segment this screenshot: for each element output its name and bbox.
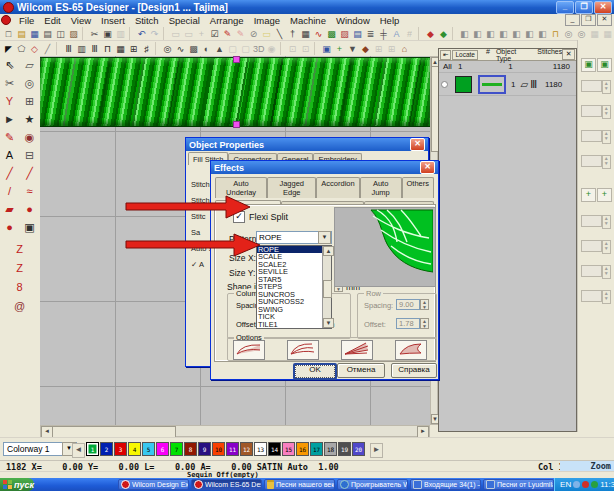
sim-frame-1-icon[interactable]: ◧: [458, 27, 471, 40]
dropdown-scroll-up-icon[interactable]: ▲: [323, 246, 334, 256]
save-icon[interactable]: ▦: [28, 27, 41, 40]
palette-color-3[interactable]: 3: [114, 442, 127, 456]
arrow-down-icon[interactable]: ▼: [346, 42, 359, 55]
taskbar-button-4[interactable]: Проигрыватель Wi...: [337, 479, 408, 490]
menu-machine[interactable]: Machine: [285, 15, 331, 26]
sim-frame-6-icon[interactable]: ◧: [523, 27, 536, 40]
scissors-tool-icon[interactable]: ✂: [1, 76, 18, 92]
tab-accordion[interactable]: Accordion: [316, 177, 359, 198]
option-preview-3-button[interactable]: [341, 340, 373, 360]
branch-tool-icon[interactable]: Y: [1, 94, 18, 110]
object-row[interactable]: 1 ▱ Ⅲ 1180: [439, 73, 576, 96]
palette-color-12[interactable]: 12: [240, 442, 253, 456]
diamond-brown-icon[interactable]: ◆: [359, 42, 372, 55]
outline-circle-icon[interactable]: ⊘: [247, 27, 260, 40]
copy-icon[interactable]: ▣: [101, 27, 114, 40]
taskbar-button-1[interactable]: Wilcom Design Explorer: [118, 479, 189, 490]
design-check-icon[interactable]: ☑: [208, 27, 221, 40]
palette-color-20[interactable]: 20: [352, 442, 365, 456]
sim-frame-3-icon[interactable]: ◧: [484, 27, 497, 40]
tab-auto-jump[interactable]: Auto Jump: [360, 177, 402, 198]
visibility-dot-icon[interactable]: [441, 81, 448, 88]
grid-view-icon[interactable]: ╪: [377, 27, 390, 40]
palette-color-4[interactable]: 4: [128, 442, 141, 456]
fill-stitch-icon[interactable]: ▦: [114, 42, 127, 55]
sim-frame-7-icon[interactable]: ◧: [536, 27, 549, 40]
menu-edit[interactable]: Edit: [39, 15, 65, 26]
cut-icon[interactable]: ✂: [88, 27, 101, 40]
menu-stitch[interactable]: Stitch: [130, 15, 164, 26]
applique-red-icon[interactable]: ●: [21, 202, 38, 218]
help-button[interactable]: Справка: [391, 363, 437, 378]
image-green-icon[interactable]: ▩: [325, 27, 338, 40]
palette-color-18[interactable]: 18: [324, 442, 337, 456]
taskbar-button-6[interactable]: Песни от Lyudmila K...: [483, 479, 554, 490]
plus-green-icon[interactable]: +: [333, 42, 346, 55]
layout-tool-icon[interactable]: ⊟: [21, 148, 38, 164]
start-button[interactable]: пуск: [0, 478, 34, 491]
auto-digitize-icon[interactable]: ▣: [21, 220, 38, 236]
cancel-button[interactable]: Отмена: [337, 363, 385, 378]
film-icon[interactable]: ▤: [351, 27, 364, 40]
option-preview-2-button[interactable]: [287, 340, 319, 360]
yellow-block-icon[interactable]: ▭: [260, 27, 273, 40]
restore-button[interactable]: ❐: [575, 1, 593, 14]
run-red-2-icon[interactable]: ╱: [21, 166, 38, 182]
cd-2-icon[interactable]: ◎: [575, 27, 588, 40]
lettering-tool-icon[interactable]: A: [1, 148, 18, 164]
star-fill-icon[interactable]: ▲: [213, 42, 226, 55]
print-icon[interactable]: ▤: [41, 27, 54, 40]
list-view-icon[interactable]: ≣: [364, 27, 377, 40]
satin-red-icon[interactable]: ▰: [1, 202, 18, 218]
needle-icon[interactable]: †: [286, 27, 299, 40]
pen-red-icon[interactable]: ✎: [221, 27, 234, 40]
monogram-a-icon[interactable]: A: [390, 27, 403, 40]
pattern-fill-icon[interactable]: ⊞: [127, 42, 140, 55]
home-icon[interactable]: ⌂: [398, 42, 411, 55]
palette-color-6[interactable]: 6: [156, 442, 169, 456]
tatami-stitch-icon[interactable]: ▥: [75, 42, 88, 55]
taskbar-button-2[interactable]: Wilcom ES-65 Design...: [191, 479, 262, 490]
pattern-option-tile1[interactable]: TILE1: [257, 321, 331, 328]
reshape-icon[interactable]: ⬠: [15, 42, 28, 55]
palette-color-16[interactable]: 16: [296, 442, 309, 456]
satin-stitch-icon[interactable]: Ⅲ: [62, 42, 75, 55]
object-properties-close-icon[interactable]: ✕: [410, 138, 425, 151]
selection-handle[interactable]: [233, 121, 240, 128]
taskbar-button-3[interactable]: Песни нашего века: [264, 479, 335, 490]
palette-scroll-right-icon[interactable]: ►: [370, 443, 383, 458]
new-icon[interactable]: □: [2, 27, 15, 40]
menu-special[interactable]: Special: [164, 15, 205, 26]
star-tool-icon[interactable]: ★: [21, 112, 38, 128]
tab-others[interactable]: Others: [402, 177, 435, 198]
panel-close-icon[interactable]: ✕: [562, 49, 575, 60]
undo-icon[interactable]: ↶: [135, 27, 148, 40]
palette-color-10[interactable]: 10: [212, 442, 225, 456]
photo-icon[interactable]: ▨: [338, 27, 351, 40]
colorway-combobox[interactable]: Colorway 1 ▼: [3, 442, 77, 456]
motif-8-icon[interactable]: 8: [11, 280, 28, 296]
wave-red-icon[interactable]: ∿: [312, 27, 325, 40]
frame-tool-icon[interactable]: ▱: [21, 58, 38, 74]
palette-color-19[interactable]: 19: [338, 442, 351, 456]
menu-window[interactable]: Window: [331, 15, 375, 26]
target-tool-icon[interactable]: ◎: [21, 76, 38, 92]
column-z2-icon[interactable]: Z: [11, 261, 28, 277]
palette-color-2[interactable]: 2: [100, 442, 113, 456]
stop-red-icon[interactable]: ●: [1, 220, 18, 236]
select-tool-icon[interactable]: ⇖: [1, 58, 18, 74]
spiral-icon[interactable]: @: [11, 299, 28, 315]
dock-button[interactable]: ⇤: [440, 50, 451, 60]
all-objects-row[interactable]: All 1 1 1180: [439, 61, 576, 73]
palette-color-11[interactable]: 11: [226, 442, 239, 456]
grid-tool-icon[interactable]: ⊞: [21, 94, 38, 110]
dropdown-scroll-thumb[interactable]: [323, 280, 332, 298]
tray-green-icon[interactable]: [591, 481, 598, 488]
sim-frame-5-icon[interactable]: ◧: [510, 27, 523, 40]
sim-frame-2-icon[interactable]: ◧: [471, 27, 484, 40]
palette-color-8[interactable]: 8: [184, 442, 197, 456]
run-circle-icon[interactable]: ◎: [161, 42, 174, 55]
locate-button[interactable]: Locate: [452, 50, 478, 60]
effects-close-icon[interactable]: ✕: [420, 161, 435, 174]
flexi-split-checkbox[interactable]: ✓ Flexi Split: [233, 211, 288, 223]
